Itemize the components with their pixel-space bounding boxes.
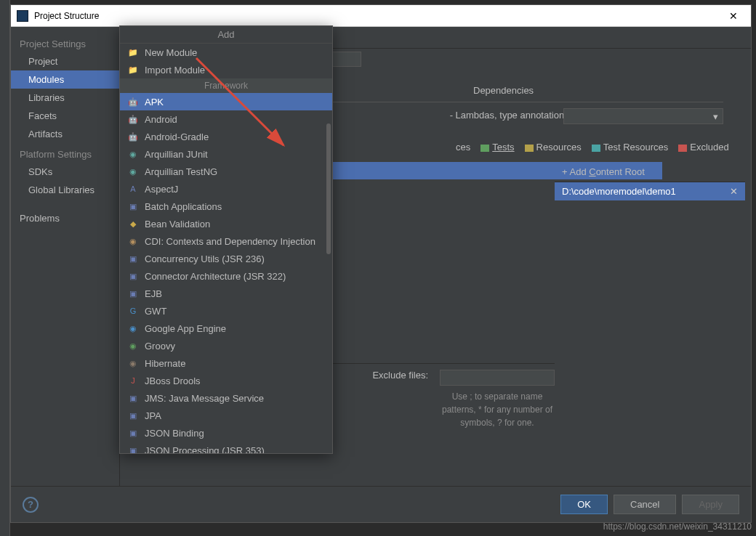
- popup-item-label: JBoss Drools: [145, 375, 201, 386]
- mark-test-resources[interactable]: Test Resources: [592, 142, 669, 153]
- framework-icon: 📁: [127, 64, 139, 76]
- content-root-item[interactable]: D:\code\moremodel\demo1 ✕: [555, 182, 745, 200]
- framework-icon: ◆: [127, 218, 139, 230]
- scrollbar[interactable]: [326, 123, 331, 254]
- mark-tests[interactable]: Tests: [480, 142, 514, 153]
- popup-item[interactable]: ▣JSON Binding: [120, 424, 332, 442]
- popup-item[interactable]: 📁Import Module: [120, 61, 332, 78]
- content-root-panel: + Add Content Root D:\code\moremodel\dem…: [555, 162, 745, 200]
- sidebar-item-sdks[interactable]: SDKs: [11, 163, 119, 181]
- popup-item-label: Android-Gradle: [145, 131, 209, 142]
- framework-icon: G: [127, 305, 139, 317]
- chevron-down-icon: ▾: [713, 111, 718, 122]
- popup-item-label: JSON Binding: [145, 428, 204, 439]
- remove-root-icon[interactable]: ✕: [730, 186, 738, 197]
- popup-item-label: JSON Processing (JSR 353): [145, 445, 265, 454]
- sidebar-item-global-libraries[interactable]: Global Libraries: [11, 181, 119, 199]
- popup-item[interactable]: 🤖APK: [120, 93, 332, 110]
- popup-item-label: Hibernate: [145, 358, 185, 369]
- framework-icon: 🤖: [127, 96, 139, 107]
- watermark: https://blog.csdn.net/weixin_34311210: [603, 521, 752, 532]
- popup-item[interactable]: ▣EJB: [120, 285, 332, 302]
- add-content-root-button[interactable]: + Add Content Root: [555, 162, 745, 182]
- popup-item[interactable]: ▣Connector Architecture (JSR 322): [120, 267, 332, 285]
- exclude-hint: Use ; to separate name patterns, * for a…: [440, 390, 555, 429]
- sidebar-item-artifacts[interactable]: Artifacts: [11, 125, 119, 143]
- language-level-dropdown[interactable]: ▾: [563, 108, 723, 124]
- sidebar-item-project[interactable]: Project: [11, 52, 119, 70]
- framework-icon: J: [127, 375, 139, 386]
- mark-excluded[interactable]: Excluded: [678, 142, 728, 153]
- popup-list: 📁New Module📁Import Module Framework 🤖APK…: [120, 44, 332, 453]
- popup-item[interactable]: ▣Concurrency Utils (JSR 236): [120, 250, 332, 267]
- popup-item[interactable]: ▣JMS: Java Message Service: [120, 389, 332, 407]
- sidebar-item-libraries[interactable]: Libraries: [11, 89, 119, 107]
- ok-button[interactable]: OK: [560, 495, 608, 514]
- popup-item-label: Batch Applications: [145, 201, 222, 212]
- popup-item[interactable]: ▣JPA: [120, 407, 332, 424]
- close-icon[interactable]: ✕: [722, 10, 745, 22]
- sidebar-heading-platform: Platform Settings: [11, 143, 119, 163]
- tab-dependencies[interactable]: Dependencies: [470, 84, 536, 97]
- exclude-input[interactable]: [440, 370, 555, 386]
- sidebar: Project Settings Project Modules Librari…: [11, 27, 120, 486]
- help-icon[interactable]: ?: [23, 497, 39, 513]
- framework-icon: A: [127, 183, 139, 195]
- popup-item-label: Arquillian TestNG: [145, 166, 217, 177]
- plus-icon: +: [562, 166, 568, 177]
- framework-icon: ▣: [127, 270, 139, 282]
- apply-button[interactable]: Apply: [682, 495, 739, 514]
- popup-item[interactable]: JJBoss Drools: [120, 372, 332, 389]
- popup-item-label: Google App Engine: [145, 323, 226, 334]
- popup-item[interactable]: ◉Hibernate: [120, 354, 332, 372]
- folder-icon: [525, 145, 534, 152]
- dialog-footer: ? OK Cancel Apply: [11, 486, 751, 522]
- popup-item-label: AspectJ: [145, 184, 178, 195]
- popup-item[interactable]: ◉Arquillian TestNG: [120, 163, 332, 180]
- popup-item-label: EJB: [145, 288, 162, 299]
- content-root-path: D:\code\moremodel\demo1: [562, 186, 676, 197]
- framework-icon: ◉: [127, 148, 139, 160]
- popup-item[interactable]: AAspectJ: [120, 180, 332, 198]
- popup-item[interactable]: ◉Google App Engine: [120, 320, 332, 337]
- sidebar-item-problems[interactable]: Problems: [11, 209, 119, 227]
- background-strip: [0, 0, 10, 536]
- popup-item[interactable]: ▣Batch Applications: [120, 198, 332, 215]
- framework-icon: ◉: [127, 357, 139, 369]
- popup-item-label: Arquillian JUnit: [145, 149, 208, 160]
- popup-item-label: Groovy: [145, 341, 175, 352]
- mark-sources-partial[interactable]: ces: [456, 142, 470, 153]
- popup-item[interactable]: 📁New Module: [120, 44, 332, 61]
- popup-item-label: JPA: [145, 410, 161, 421]
- sidebar-item-modules[interactable]: Modules: [11, 70, 119, 89]
- folder-icon: [678, 145, 687, 152]
- dialog-title: Project Structure: [34, 11, 722, 21]
- framework-icon: ▣: [127, 444, 139, 453]
- popup-item-label: CDI: Contexts and Dependency Injection: [145, 236, 315, 247]
- framework-icon: ◉: [127, 235, 139, 247]
- popup-item-label: New Module: [145, 47, 197, 58]
- sidebar-item-facets[interactable]: Facets: [11, 107, 119, 125]
- popup-item-label: GWT: [145, 306, 166, 317]
- framework-icon: 🤖: [127, 113, 139, 125]
- framework-icon: ▣: [127, 288, 139, 299]
- sidebar-heading-project: Project Settings: [11, 33, 119, 52]
- popup-item[interactable]: 🤖Android-Gradle: [120, 128, 332, 145]
- framework-icon: ◉: [127, 166, 139, 177]
- popup-title: Add: [120, 26, 332, 44]
- popup-item[interactable]: ◆Bean Validation: [120, 215, 332, 232]
- popup-item-label: APK: [145, 97, 164, 107]
- popup-item[interactable]: 🤖Android: [120, 110, 332, 128]
- add-popup: Add 📁New Module📁Import Module Framework …: [119, 25, 333, 454]
- cancel-button[interactable]: Cancel: [614, 495, 676, 514]
- framework-icon: ▣: [127, 392, 139, 404]
- popup-item[interactable]: ◉Arquillian JUnit: [120, 145, 332, 163]
- popup-item[interactable]: ◉Groovy: [120, 337, 332, 354]
- popup-item[interactable]: ▣JSON Processing (JSR 353): [120, 442, 332, 453]
- popup-item[interactable]: GGWT: [120, 302, 332, 320]
- mark-resources[interactable]: Resources: [525, 142, 582, 153]
- framework-icon: ▣: [127, 200, 139, 212]
- framework-icon: ▣: [127, 410, 139, 421]
- popup-item[interactable]: ◉CDI: Contexts and Dependency Injection: [120, 232, 332, 250]
- popup-item-label: Concurrency Utils (JSR 236): [145, 253, 265, 264]
